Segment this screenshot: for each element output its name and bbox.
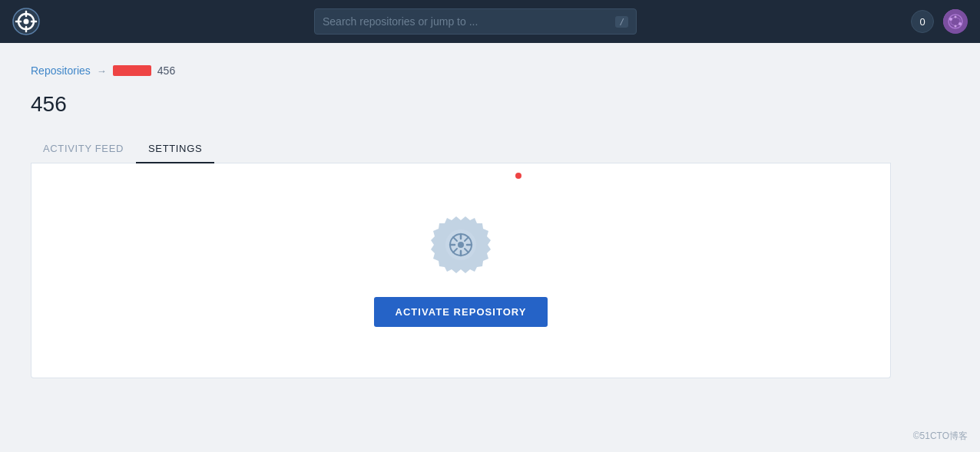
app-logo-icon[interactable] xyxy=(12,8,40,35)
navbar: / 0 xyxy=(0,0,980,43)
navbar-right: 0 xyxy=(911,9,968,34)
settings-panel: ACTIVATE REPOSITORY xyxy=(31,163,891,378)
breadcrumb-arrow-icon: → xyxy=(97,65,107,77)
tab-activity-feed[interactable]: ACTIVITY FEED xyxy=(31,135,136,163)
search-wrap: / xyxy=(40,8,911,35)
svg-point-7 xyxy=(943,9,968,34)
breadcrumb: Repositories → 456 xyxy=(31,64,891,77)
svg-point-21 xyxy=(458,242,464,248)
activate-repository-button[interactable]: ACTIVATE REPOSITORY xyxy=(374,297,548,327)
page-title: 456 xyxy=(31,92,891,117)
breadcrumb-current: 456 xyxy=(157,64,175,77)
avatar[interactable] xyxy=(943,9,968,34)
slash-shortcut: / xyxy=(615,16,628,28)
footer-watermark: ©51CTO博客 xyxy=(913,430,968,443)
notification-badge[interactable]: 0 xyxy=(911,10,934,33)
svg-point-2 xyxy=(24,19,29,25)
main-content: Repositories → 456 456 ACTIVITY FEED SET… xyxy=(0,43,922,409)
tabs: ACTIVITY FEED SETTINGS xyxy=(31,135,891,163)
breadcrumb-redacted xyxy=(113,65,151,76)
search-bar[interactable]: / xyxy=(314,8,637,35)
tab-settings[interactable]: SETTINGS xyxy=(136,135,214,163)
search-input[interactable] xyxy=(323,15,609,28)
breadcrumb-repositories-link[interactable]: Repositories xyxy=(31,64,91,77)
gear-icon xyxy=(430,214,492,279)
red-dot-indicator xyxy=(515,173,521,179)
